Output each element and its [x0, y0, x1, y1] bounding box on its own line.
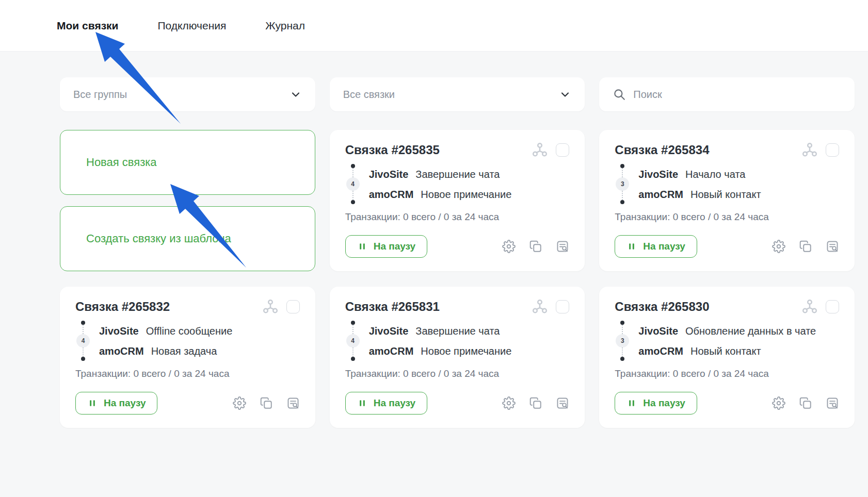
step-dot	[620, 200, 624, 204]
step-dot	[351, 164, 355, 168]
bundle-from-template-button[interactable]: Создать связку из шаблона	[60, 206, 315, 271]
card-header: Связка #265830	[615, 299, 839, 314]
select-checkbox[interactable]	[556, 300, 569, 313]
pause-icon	[626, 398, 637, 408]
settings-icon[interactable]	[772, 240, 785, 253]
copy-icon[interactable]	[529, 396, 542, 410]
app-name: JivoSite	[638, 325, 678, 337]
bundle-flow: 4 JivoSiteЗавершение чата amoCRMНовое пр…	[345, 321, 570, 361]
steps-connector: 3	[616, 164, 629, 204]
card-footer: На паузу	[615, 392, 839, 415]
bundle-card: Связка #265835 4 JivoSiteЗавершение чата…	[330, 130, 585, 271]
card-footer: На паузу	[75, 392, 300, 415]
step-dot	[81, 321, 85, 325]
bundle-card: Связка #265830 3 JivoSiteОбновление данн…	[599, 287, 855, 428]
bundle-title: Связка #265831	[345, 300, 533, 314]
event-name: Обновление данных в чате	[685, 325, 816, 337]
step-dot	[620, 357, 624, 361]
search-box[interactable]	[599, 77, 855, 111]
pause-button[interactable]: На паузу	[345, 235, 427, 258]
app-name: JivoSite	[369, 325, 409, 337]
top-navigation: Мои связки Подключения Журнал	[0, 0, 868, 52]
copy-icon[interactable]	[529, 240, 542, 253]
steps-count-badge: 3	[616, 334, 629, 347]
steps-count-badge: 4	[76, 334, 90, 347]
transactions-info: Транзакции: 0 всего / 0 за 24 часа	[615, 211, 839, 223]
pause-button[interactable]: На паузу	[345, 392, 427, 415]
bundles-select[interactable]: Все связки	[330, 77, 585, 111]
steps-connector: 4	[76, 321, 90, 361]
settings-icon[interactable]	[233, 396, 246, 410]
logs-search-icon[interactable]	[556, 396, 569, 410]
transactions-info: Транзакции: 0 всего / 0 за 24 часа	[345, 211, 570, 223]
pause-button[interactable]: На паузу	[615, 235, 697, 258]
select-checkbox[interactable]	[826, 300, 839, 313]
action-row: amoCRMНовая задача	[99, 343, 232, 359]
steps-connector: 4	[346, 321, 360, 361]
app-name: amoCRM	[99, 345, 144, 357]
pause-button[interactable]: На паузу	[615, 392, 697, 415]
settings-icon[interactable]	[502, 396, 516, 410]
bundles-grid: Новая связка Создать связку из шаблона С…	[60, 130, 855, 428]
card-footer: На паузу	[615, 235, 839, 258]
trigger-row: JivoSiteЗавершение чата	[369, 166, 512, 183]
pause-button[interactable]: На паузу	[75, 392, 157, 415]
trigger-row: JivoSiteНачало чата	[638, 166, 761, 183]
steps-count-badge: 4	[346, 334, 360, 347]
select-checkbox[interactable]	[286, 300, 300, 313]
bundle-flow: 3 JivoSiteНачало чата amoCRMНовый контак…	[615, 164, 839, 204]
bundle-title: Связка #265832	[75, 300, 263, 314]
step-dot	[620, 321, 624, 325]
bundle-card: Связка #265831 4 JivoSiteЗавершение чата…	[330, 287, 585, 428]
card-header: Связка #265834	[615, 142, 839, 158]
card-header: Связка #265835	[345, 142, 570, 158]
tab-connections[interactable]: Подключения	[158, 20, 227, 32]
steps-connector: 3	[616, 321, 629, 361]
hub-icon	[532, 299, 548, 314]
bundle-flow: 3 JivoSiteОбновление данных в чате amoCR…	[615, 321, 839, 361]
pause-icon	[626, 241, 637, 252]
filters-row: Все группы Все связки	[60, 77, 855, 111]
action-row: amoCRMНовый контакт	[638, 186, 761, 203]
bundle-flow: 4 JivoSiteOffline сообщение amoCRMНовая …	[75, 321, 300, 361]
select-checkbox[interactable]	[826, 143, 839, 157]
transactions-info: Транзакции: 0 всего / 0 за 24 часа	[345, 368, 570, 379]
transactions-info: Транзакции: 0 всего / 0 за 24 часа	[615, 368, 839, 379]
settings-icon[interactable]	[502, 240, 516, 253]
tab-my-bundles[interactable]: Мои связки	[57, 20, 119, 32]
logs-search-icon[interactable]	[286, 396, 300, 410]
select-checkbox[interactable]	[556, 143, 569, 157]
hub-icon	[532, 142, 548, 158]
card-footer: На паузу	[345, 235, 570, 258]
event-name: Offline сообщение	[146, 325, 233, 337]
create-actions: Новая связка Создать связку из шаблона	[60, 130, 315, 271]
logs-search-icon[interactable]	[826, 240, 839, 253]
copy-icon[interactable]	[799, 240, 812, 253]
tab-journal[interactable]: Журнал	[265, 20, 305, 32]
card-header: Связка #265831	[345, 299, 570, 314]
app-name: JivoSite	[638, 169, 678, 180]
event-name: Начало чата	[685, 169, 745, 180]
event-name: Новый контакт	[690, 189, 761, 200]
search-input[interactable]	[633, 89, 841, 101]
steps-count-badge: 4	[346, 177, 360, 191]
hub-icon	[263, 299, 278, 314]
event-name: Завершение чата	[415, 325, 500, 337]
logs-search-icon[interactable]	[826, 396, 839, 410]
copy-icon[interactable]	[260, 396, 273, 410]
card-footer: На паузу	[345, 392, 570, 415]
trigger-row: JivoSiteЗавершение чата	[369, 323, 512, 339]
app-name: amoCRM	[369, 189, 414, 200]
transactions-info: Транзакции: 0 всего / 0 за 24 часа	[75, 368, 300, 379]
action-row: amoCRMНовое примечание	[369, 186, 512, 203]
copy-icon[interactable]	[799, 396, 812, 410]
event-name: Новый контакт	[690, 345, 761, 357]
step-dot	[351, 200, 355, 204]
groups-select[interactable]: Все группы	[60, 77, 315, 111]
new-bundle-button[interactable]: Новая связка	[60, 130, 315, 195]
main-content: Все группы Все связки Новая связка Созда…	[0, 52, 868, 428]
logs-search-icon[interactable]	[556, 240, 569, 253]
pause-icon	[357, 241, 367, 252]
bundle-title: Связка #265835	[345, 143, 533, 157]
settings-icon[interactable]	[772, 396, 785, 410]
